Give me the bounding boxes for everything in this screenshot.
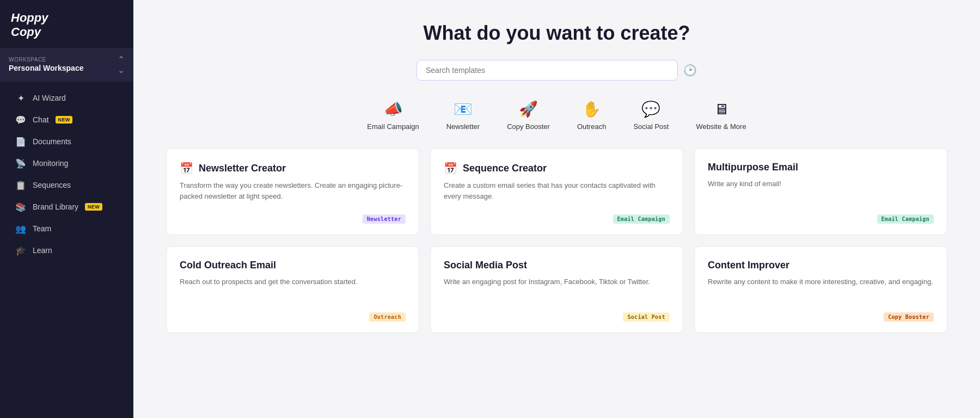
chat-icon: 💬 (15, 115, 26, 125)
card-title-row: Multipurpose Email (708, 162, 934, 173)
search-row: 🕑 (166, 60, 947, 81)
sidebar-item-monitoring[interactable]: 📡 Monitoring (4, 153, 129, 174)
brand-library-icon: 📚 (15, 202, 26, 212)
card-emoji: 📅 (180, 162, 193, 175)
website-more-icon: 🖥 (714, 100, 729, 118)
sidebar-item-label: Monitoring (33, 159, 68, 168)
social-post-icon: 💬 (641, 100, 660, 118)
card-title-row: Cold Outreach Email (180, 260, 406, 271)
monitoring-icon: 📡 (15, 158, 26, 169)
card-desc: Write an engaging post for Instagram, Fa… (444, 276, 670, 304)
card-sequence-creator[interactable]: 📅 Sequence Creator Create a custom email… (430, 148, 683, 235)
card-desc: Transform the way you create newsletters… (180, 180, 406, 206)
card-tag: Copy Booster (884, 312, 934, 322)
card-title: Content Improver (708, 260, 789, 271)
team-icon: 👥 (15, 224, 26, 234)
category-label: Copy Booster (507, 122, 550, 131)
sidebar-item-team[interactable]: 👥 Team (4, 218, 129, 239)
category-newsletter[interactable]: 📧 Newsletter (446, 100, 480, 131)
card-tag: Social Post (623, 312, 670, 322)
search-input[interactable] (416, 60, 678, 81)
card-title-row: Content Improver (708, 260, 934, 271)
nav-list: ✦ AI Wizard 💬 Chat new 📄 Documents 📡 Mon… (0, 82, 133, 418)
email-campaign-icon: 📣 (384, 100, 403, 118)
sidebar-item-label: Sequences (33, 181, 71, 189)
workspace-label: Workspace (9, 57, 83, 63)
category-social-post[interactable]: 💬 Social Post (633, 100, 669, 131)
card-content-improver[interactable]: Content Improver Rewrite any content to … (694, 246, 947, 333)
card-desc: Create a custom email series that has yo… (444, 180, 670, 206)
card-title-row: 📅 Sequence Creator (444, 162, 670, 175)
category-label: Outreach (577, 122, 606, 131)
card-title: Sequence Creator (463, 163, 547, 174)
category-outreach[interactable]: ✋ Outreach (577, 100, 606, 131)
copy-booster-icon: 🚀 (519, 100, 538, 118)
card-tag: Email Campaign (613, 214, 670, 224)
card-title: Multipurpose Email (708, 162, 798, 173)
category-email-campaign[interactable]: 📣 Email Campaign (367, 100, 419, 131)
learn-icon: 🎓 (15, 245, 26, 256)
category-website-more[interactable]: 🖥 Website & More (696, 100, 746, 131)
card-title: Cold Outreach Email (180, 260, 276, 271)
sidebar-item-label: Brand Library (33, 202, 78, 211)
sidebar-item-label: Chat (33, 115, 49, 124)
card-tag: Outreach (369, 312, 406, 322)
sidebar-item-learn[interactable]: 🎓 Learn (4, 240, 129, 261)
sidebar-item-chat[interactable]: 💬 Chat new (4, 109, 129, 131)
card-title-row: 📅 Newsletter Creator (180, 162, 406, 175)
main-content: What do you want to create? 🕑 📣 Email Ca… (133, 0, 980, 418)
card-title: Social Media Post (444, 260, 527, 271)
newsletter-icon: 📧 (454, 100, 473, 118)
sidebar: HoppyCopy Workspace Personal Workspace ⌃… (0, 0, 133, 418)
cards-grid: 📅 Newsletter Creator Transform the way y… (166, 148, 947, 333)
badge-new: new (56, 116, 73, 124)
workspace-name: Personal Workspace (9, 64, 83, 72)
card-social-media-post[interactable]: Social Media Post Write an engaging post… (430, 246, 683, 333)
sidebar-item-label: AI Wizard (33, 94, 66, 102)
card-newsletter-creator[interactable]: 📅 Newsletter Creator Transform the way y… (166, 148, 419, 235)
card-tag: Email Campaign (877, 214, 934, 224)
sidebar-item-documents[interactable]: 📄 Documents (4, 131, 129, 152)
sequences-icon: 📋 (15, 180, 26, 190)
app-logo: HoppyCopy (11, 11, 122, 40)
sidebar-item-sequences[interactable]: 📋 Sequences (4, 175, 129, 196)
card-desc: Write any kind of email! (708, 179, 934, 206)
logo-area: HoppyCopy (0, 0, 133, 49)
sidebar-item-brand-library[interactable]: 📚 Brand Library new (4, 196, 129, 218)
category-label: Website & More (696, 122, 746, 131)
workspace-selector[interactable]: Workspace Personal Workspace ⌃⌄ (0, 49, 133, 82)
history-icon[interactable]: 🕑 (683, 64, 697, 77)
sidebar-item-label: Learn (33, 246, 52, 255)
category-copy-booster[interactable]: 🚀 Copy Booster (507, 100, 550, 131)
card-tag: Newsletter (363, 214, 406, 224)
chevron-icon: ⌃⌄ (118, 54, 125, 75)
category-label: Email Campaign (367, 122, 419, 131)
card-desc: Rewrite any content to make it more inte… (708, 276, 934, 304)
sidebar-item-label: Team (33, 224, 51, 233)
category-label: Social Post (633, 122, 669, 131)
sidebar-item-label: Documents (33, 137, 71, 146)
card-emoji: 📅 (444, 162, 457, 175)
outreach-icon: ✋ (582, 100, 601, 118)
card-desc: Reach out to prospects and get the conve… (180, 276, 406, 304)
category-tabs: 📣 Email Campaign 📧 Newsletter 🚀 Copy Boo… (166, 100, 947, 131)
card-title-row: Social Media Post (444, 260, 670, 271)
card-cold-outreach-email[interactable]: Cold Outreach Email Reach out to prospec… (166, 246, 419, 333)
page-title: What do you want to create? (166, 22, 947, 45)
card-multipurpose-email[interactable]: Multipurpose Email Write any kind of ema… (694, 148, 947, 235)
ai-wizard-icon: ✦ (15, 93, 26, 103)
badge-new: new (85, 203, 102, 211)
documents-icon: 📄 (15, 137, 26, 147)
category-label: Newsletter (446, 122, 480, 131)
sidebar-item-ai-wizard[interactable]: ✦ AI Wizard (4, 88, 129, 109)
card-title: Newsletter Creator (199, 163, 286, 174)
